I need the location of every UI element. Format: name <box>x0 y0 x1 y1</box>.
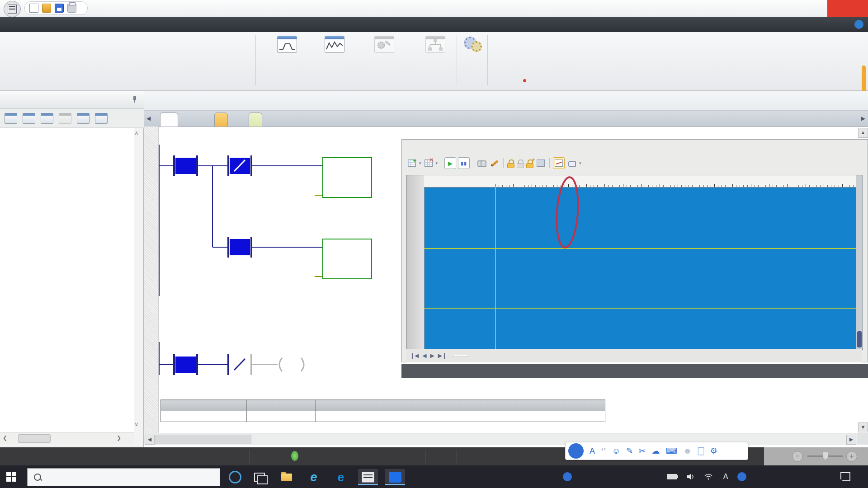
scroll-right-icon[interactable]: ▶ <box>846 435 856 445</box>
ime-keyboard-icon[interactable]: ⌨ <box>665 446 677 455</box>
ton-box-t38[interactable] <box>322 239 372 279</box>
ime-mic-icon[interactable]: ❛❜ <box>601 446 606 455</box>
force-icon[interactable] <box>507 159 514 168</box>
taskbar-search[interactable] <box>27 468 220 486</box>
ime-font-icon[interactable]: A <box>590 446 595 455</box>
add-chart-icon[interactable]: ＋ <box>406 158 417 169</box>
delete-chart-icon[interactable]: ✕ <box>423 158 434 169</box>
view-table-icon[interactable] <box>23 113 35 124</box>
smart-drive-config-button[interactable] <box>357 36 411 61</box>
wifi-icon[interactable] <box>702 465 715 488</box>
ime-scissors-icon[interactable]: ✂ <box>639 446 646 455</box>
pid-panel-button[interactable] <box>314 36 355 61</box>
next-sheet-icon[interactable]: ▶ <box>430 352 434 359</box>
editor-scroll-down[interactable]: ▼ <box>858 422 868 432</box>
find-profinet-button[interactable] <box>414 36 457 61</box>
scroll-thumb[interactable] <box>156 435 251 444</box>
tab-program-block[interactable] <box>160 113 178 127</box>
ime-user-icon[interactable]: ☻ <box>683 446 692 455</box>
zoom-in-button[interactable]: + <box>846 451 857 462</box>
tab-sbr0[interactable] <box>214 113 228 127</box>
unforce-icon[interactable] <box>516 159 524 168</box>
read-force-icon[interactable] <box>535 158 546 169</box>
chart-vscrollbar[interactable] <box>856 175 863 349</box>
cortana-icon[interactable] <box>225 469 245 485</box>
task-view-icon[interactable] <box>250 469 269 485</box>
ime-logo-icon[interactable] <box>568 443 584 459</box>
edge-icon[interactable]: e <box>331 469 351 485</box>
save-icon[interactable] <box>55 4 64 13</box>
motion-panel-button[interactable] <box>262 36 312 54</box>
clock[interactable] <box>760 465 809 488</box>
tray-wang-bubble-icon[interactable] <box>735 465 749 488</box>
media-player-icon[interactable] <box>385 469 405 485</box>
start-button[interactable] <box>6 472 16 482</box>
first-sheet-icon[interactable]: ❙◀ <box>410 352 419 359</box>
tray-cloud-icon[interactable] <box>647 465 661 488</box>
write-icon[interactable] <box>489 158 500 169</box>
symbol-table-row[interactable] <box>161 411 605 422</box>
scroll-right-icon[interactable]: ❯ <box>117 435 121 441</box>
ime-mode-icon[interactable]: A <box>720 465 731 488</box>
new-file-icon[interactable] <box>29 4 38 13</box>
force-add-icon[interactable]: + <box>526 159 533 168</box>
internet-explorer-icon[interactable]: e <box>304 469 324 485</box>
chart-row-2[interactable] <box>424 249 863 308</box>
tab-scroll-left[interactable]: ◀ <box>146 115 151 122</box>
plc-app-icon[interactable] <box>358 469 378 485</box>
file-explorer-icon[interactable] <box>277 469 297 485</box>
contact-m00-net3[interactable] <box>175 158 196 174</box>
help-icon[interactable] <box>854 20 863 29</box>
coil-q00[interactable] <box>279 358 282 371</box>
chart-row-3[interactable] <box>424 309 863 349</box>
tag-icon[interactable] <box>566 158 577 169</box>
sidebar-hscrollbar[interactable]: ❮ ❯ <box>0 432 134 444</box>
app-icon[interactable] <box>4 1 21 17</box>
scroll-thumb[interactable] <box>18 434 51 443</box>
scroll-left-icon[interactable]: ❮ <box>3 435 7 441</box>
tree-scroll-down[interactable]: ∨ <box>134 421 139 427</box>
zoom-out-button[interactable]: − <box>792 451 803 462</box>
scroll-thumb[interactable] <box>857 331 862 347</box>
last-sheet-icon[interactable]: ▶❙ <box>438 352 447 359</box>
tray-chevron-icon[interactable] <box>631 465 644 488</box>
ime-cloud-icon[interactable]: ☁ <box>651 446 660 455</box>
open-file-icon[interactable] <box>42 4 51 13</box>
notification-icon[interactable] <box>836 465 854 488</box>
chart-start-icon[interactable]: ▶ <box>444 157 456 169</box>
chart-pause-icon[interactable]: ▮▮ <box>458 157 470 169</box>
view-book-icon[interactable] <box>41 113 53 124</box>
contact-m00-net4[interactable] <box>175 357 196 373</box>
zoom-slider-thumb[interactable] <box>823 452 828 460</box>
sheet-tab[interactable] <box>453 355 468 357</box>
scroll-left-icon[interactable]: ◀ <box>145 435 155 445</box>
trend-view-icon[interactable] <box>553 157 565 169</box>
close-button[interactable] <box>827 0 868 17</box>
ton-box-t37[interactable] <box>322 157 372 198</box>
tree-scroll-up[interactable]: ∧ <box>134 130 139 136</box>
minimize-button[interactable] <box>769 0 796 17</box>
read-all-icon[interactable] <box>476 158 487 169</box>
pin-icon[interactable] <box>132 96 138 103</box>
editor-hscrollbar[interactable]: ◀ ▶ <box>144 433 857 445</box>
view-calc-icon[interactable] <box>59 113 71 124</box>
view-monitor-icon[interactable] <box>95 113 108 124</box>
ime-pencil-icon[interactable]: ✎ <box>626 446 633 455</box>
chart-row-q00[interactable] <box>424 187 863 248</box>
options-button[interactable] <box>460 36 484 53</box>
tab-scroll-right[interactable]: ▶ <box>861 115 865 122</box>
tab-int0[interactable] <box>249 113 262 127</box>
battery-icon[interactable] <box>665 465 679 488</box>
contact-t37-net3[interactable] <box>230 239 250 255</box>
prev-sheet-icon[interactable]: ◀ <box>422 352 426 359</box>
print-icon[interactable] <box>67 4 76 13</box>
maximize-button[interactable] <box>798 0 825 17</box>
ime-skin-icon[interactable]: 🀆 <box>698 446 704 455</box>
cpu-temp[interactable] <box>581 465 622 488</box>
volume-icon[interactable] <box>684 465 697 488</box>
tray-ime-icon[interactable] <box>561 465 574 488</box>
ime-emoji-icon[interactable]: ☺ <box>612 446 620 455</box>
view-project-icon[interactable] <box>5 113 17 124</box>
view-chart-icon[interactable] <box>77 113 90 124</box>
ime-settings-icon[interactable]: ⚙ <box>710 446 717 455</box>
